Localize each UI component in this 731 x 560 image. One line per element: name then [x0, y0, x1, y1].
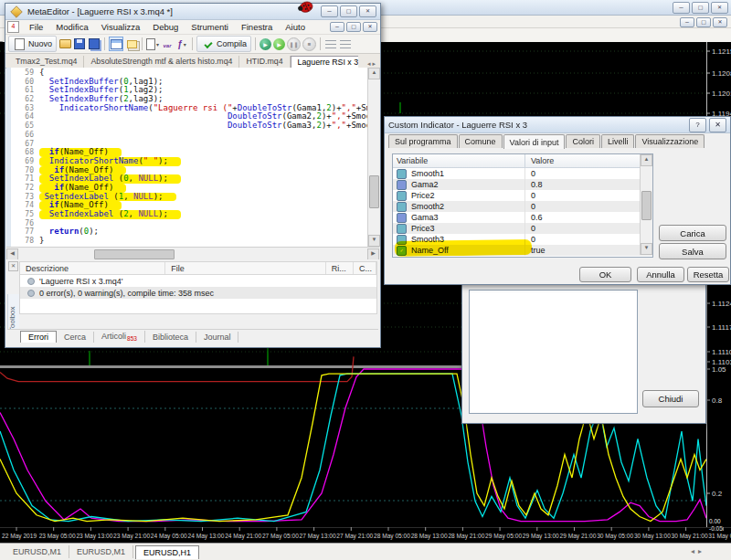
name-off-highlight	[395, 239, 532, 257]
stop-icon[interactable]: ■	[302, 37, 316, 51]
chart-minimize-button[interactable]	[680, 17, 694, 27]
terminal-close-button[interactable]	[711, 2, 728, 14]
input-row-smooth1[interactable]: Smooth10	[393, 168, 652, 179]
output-tab-errori[interactable]: Errori	[20, 331, 57, 343]
output-tab-cerca[interactable]: Cerca	[57, 332, 94, 343]
code-editor[interactable]: 59{60 SetIndexBuffer(0,lag1);61 SetIndex…	[6, 68, 367, 247]
input-row-gama2[interactable]: Gama20.8	[393, 179, 652, 190]
call-stack-icon[interactable]	[339, 37, 352, 50]
output-tab-articoli[interactable]: Articoli853	[94, 331, 145, 343]
dialog-tab[interactable]: Comune	[459, 134, 503, 148]
value-cell[interactable]: 0	[525, 169, 535, 178]
chart-restore-button[interactable]	[696, 17, 711, 27]
function-list-icon[interactable]	[175, 37, 188, 50]
code-line: 78}	[12, 237, 367, 246]
metaeditor-title-bar[interactable]: MetaEditor - [Laguerre RSI x 3.mq4 *]	[5, 4, 380, 20]
cancel-button[interactable]: Annulla	[637, 267, 684, 282]
code-token: Gama1	[297, 103, 322, 112]
doc-minimize-button[interactable]	[330, 22, 344, 32]
code-token: ,	[129, 209, 139, 218]
code-token	[39, 165, 54, 174]
ok-button[interactable]: OK	[579, 267, 631, 282]
code-vertical-scrollbar[interactable]: ▲ ▼	[367, 68, 380, 247]
value-cell[interactable]: 0	[525, 191, 535, 200]
value-cell[interactable]: 0	[525, 202, 535, 211]
start-debug-icon[interactable]: ▶	[260, 38, 271, 50]
cascade-windows-icon[interactable]	[125, 37, 138, 50]
input-row-price3[interactable]: Price30	[393, 223, 652, 234]
dialog-close-icon[interactable]: ✕	[709, 118, 726, 132]
dialog-tab[interactable]: Livelli	[601, 134, 635, 148]
dialog-tab[interactable]: Valori di input	[503, 134, 566, 149]
close-popup-button[interactable]: Chiudi	[642, 390, 699, 407]
compile-button[interactable]: Compila	[196, 36, 251, 52]
value-cell[interactable]: 0.6	[525, 213, 543, 222]
terminal-maximize-button[interactable]	[692, 2, 709, 14]
menu-item-aiuto[interactable]: Aiuto	[279, 21, 312, 33]
output-tab-biblioteca[interactable]: Biblioteca	[145, 332, 196, 343]
editor-close-button[interactable]	[359, 5, 376, 17]
file-tab[interactable]: Tmax2_Test.mq4	[9, 56, 84, 68]
dialog-tab[interactable]: Visualizzazione	[635, 134, 705, 148]
file-tab[interactable]: Laguerre RSI x 3.mq4 *	[291, 56, 358, 68]
code-horizontal-scrollbar[interactable]: ◀ ▶	[6, 247, 379, 259]
symbol-tab[interactable]: EURUSD,H1	[135, 545, 199, 559]
menu-item-strumenti[interactable]: Strumenti	[185, 21, 235, 33]
menu-item-file[interactable]: File	[23, 21, 49, 33]
var-watch-icon[interactable]	[161, 37, 174, 50]
load-button[interactable]: Carica	[659, 225, 726, 241]
editor-restore-button[interactable]	[340, 5, 357, 17]
output-tab-journal[interactable]: Journal	[196, 332, 239, 343]
pause-icon[interactable]: ❚❚	[287, 37, 301, 51]
menu-item-visualizza[interactable]: Visualizza	[95, 21, 147, 33]
input-row-smooth2[interactable]: Smooth20	[393, 201, 652, 212]
save-all-icon[interactable]	[88, 37, 101, 50]
menu-item-debug[interactable]: Debug	[146, 21, 185, 33]
symbol-tab[interactable]: EURUSD,M1	[69, 545, 133, 558]
dialog-title-bar[interactable]: Custom Indicator - Laguerre RSI x 3 ? ✕	[385, 117, 730, 133]
step-list-icon[interactable]	[324, 37, 337, 50]
code-token: {	[39, 68, 44, 77]
reset-button[interactable]: Resetta	[687, 267, 729, 282]
symbol-tab[interactable]: EURUSD,M1	[5, 545, 69, 558]
output-row[interactable]: 'Laguerre RSI x 3.mq4'	[20, 275, 376, 287]
value-cell[interactable]: 0.8	[525, 180, 543, 189]
run-icon[interactable]: ▶	[273, 38, 285, 50]
save-button[interactable]: Salva	[659, 243, 726, 259]
chart-close-button[interactable]	[713, 17, 727, 27]
menu-item-finestra[interactable]: Finestra	[235, 21, 279, 33]
open-folder-icon[interactable]	[58, 37, 71, 50]
output-close-icon[interactable]: ✕	[8, 261, 18, 271]
output-tab-label: Biblioteca	[153, 333, 188, 342]
file-tab-scroll-arrows[interactable]: ◂▸	[365, 60, 380, 68]
code-token	[39, 103, 59, 112]
tab-scroll-arrows[interactable]: ◂▸	[691, 547, 705, 555]
new-file-button[interactable]: Nuovo	[8, 36, 57, 52]
dialog-tab[interactable]: Colori	[566, 134, 600, 148]
doc-restore-button[interactable]	[346, 22, 361, 32]
svg-text:29 May 21:00: 29 May 21:00	[560, 533, 597, 540]
templates-icon[interactable]	[146, 37, 159, 50]
value-cell[interactable]: 0	[525, 224, 535, 233]
code-token: );	[154, 94, 164, 103]
window-layout-icon[interactable]	[109, 37, 123, 51]
editor-minimize-button[interactable]	[321, 5, 338, 17]
input-row-price2[interactable]: Price20	[393, 190, 652, 201]
table-header: Variabile Valore	[393, 154, 652, 168]
file-tab[interactable]: HTID.mq4	[239, 56, 290, 68]
code-token: Smooth1	[361, 103, 367, 112]
line-number: 59	[12, 69, 39, 78]
doc-close-button[interactable]	[363, 22, 377, 32]
output-row[interactable]: 0 error(s), 0 warning(s), compile time: …	[20, 287, 376, 299]
menu-item-modifica[interactable]: Modifica	[49, 21, 94, 33]
table-scrollbar[interactable]: ▲ ▼	[640, 154, 652, 255]
terminal-minimize-button[interactable]	[673, 2, 690, 14]
popup-list-area[interactable]	[469, 290, 638, 414]
input-row-gama3[interactable]: Gama30.6	[393, 212, 652, 223]
save-icon[interactable]	[73, 37, 86, 50]
dialog-tab[interactable]: Sul programma	[388, 134, 458, 148]
editor-menu-bar: 4 FileModificaVisualizzaDebugStrumentiFi…	[5, 20, 380, 35]
help-icon[interactable]: ?	[689, 118, 706, 132]
inputs-table[interactable]: Variabile Valore Smooth10Gama20.8Price20…	[392, 153, 653, 258]
file-tab[interactable]: AbsoluteStrength mtf & alerts histo.mq4	[84, 56, 239, 68]
